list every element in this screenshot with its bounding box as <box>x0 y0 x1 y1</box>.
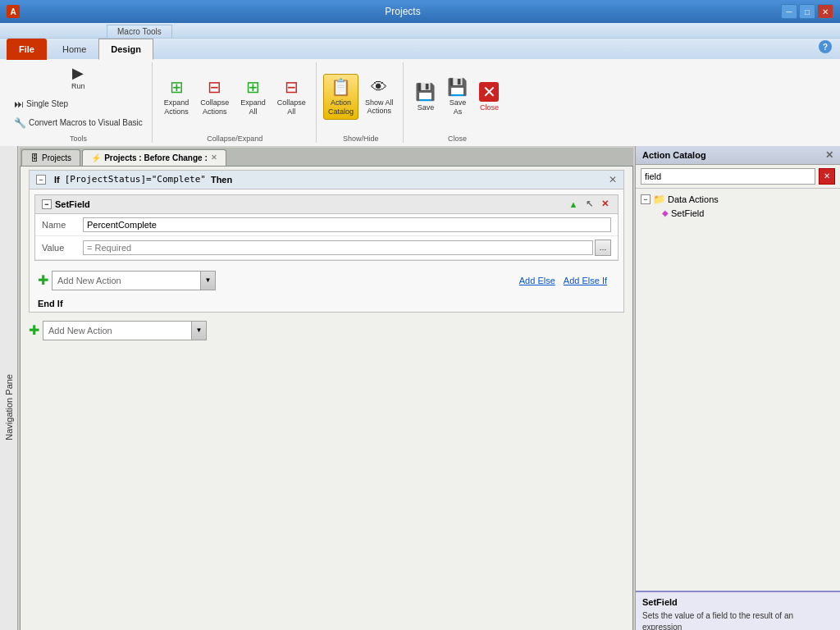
run-icon: ▶ <box>72 66 84 80</box>
collapse-actions-button[interactable]: ⊟ CollapseActions <box>195 74 234 120</box>
add-else-if-link[interactable]: Add Else If <box>564 276 607 285</box>
if-close-button[interactable]: ✕ <box>609 174 617 185</box>
add-action-select-inner[interactable]: Add New Action ▼ <box>52 271 216 290</box>
catalog-tree: − 📁 Data Actions ◆ SetField <box>636 189 840 591</box>
tree-item-data-actions[interactable]: − 📁 Data Actions <box>639 192 837 207</box>
macro-panel: − If [ProjectStatus]="Complete" Then ✕ −… <box>20 166 633 630</box>
value-label: Value <box>42 243 83 253</box>
if-block: − If [ProjectStatus]="Complete" Then ✕ −… <box>29 170 624 313</box>
data-actions-expand-icon[interactable]: − <box>641 194 651 204</box>
if-collapse-button[interactable]: − <box>36 175 46 185</box>
projects-tab-label: Projects <box>42 153 71 162</box>
setfield-collapse-button[interactable]: − <box>42 199 52 209</box>
end-if-label: End If <box>38 299 63 308</box>
action-catalog-button[interactable]: 📋 ActionCatalog <box>323 74 358 120</box>
save-as-button[interactable]: 💾 SaveAs <box>442 74 472 120</box>
catalog-search-input[interactable] <box>641 168 815 185</box>
name-input[interactable] <box>83 217 611 232</box>
doc-tabs: 🗄 Projects ⚡ Projects : Before Change : … <box>20 148 633 166</box>
content-area: 🗄 Projects ⚡ Projects : Before Change : … <box>18 146 635 630</box>
minimize-button[interactable]: ─ <box>781 4 797 19</box>
tab-file[interactable]: File <box>7 39 47 60</box>
if-condition: [ProjectStatus]="Complete" <box>65 174 206 185</box>
add-action-text-inner: Add New Action <box>52 273 200 288</box>
add-action-select-outer[interactable]: Add New Action ▼ <box>43 321 207 340</box>
save-button[interactable]: 💾 Save <box>410 79 441 116</box>
setfield-tree-icon: ◆ <box>662 208 669 217</box>
expand-actions-button[interactable]: ⊞ ExpandActions <box>159 74 194 120</box>
single-step-label: Single Step <box>26 99 68 108</box>
setfield-title: SetField <box>55 199 90 209</box>
setfield-delete-button[interactable]: ✕ <box>598 198 611 211</box>
add-action-dropdown-inner[interactable]: ▼ <box>200 272 215 290</box>
expand-all-icon: ⊞ <box>246 77 260 97</box>
macro-tools-label: Macro Tools <box>107 25 172 38</box>
setfield-header: − SetField ▲ ↖ ✕ <box>35 195 618 214</box>
navigation-pane[interactable]: Navigation Pane <box>0 146 18 630</box>
if-header: − If [ProjectStatus]="Complete" Then ✕ <box>30 171 623 189</box>
projects-bc-tab-icon: ⚡ <box>91 153 101 162</box>
collapse-expand-buttons: ⊞ ExpandActions ⊟ CollapseActions ⊞ Expa… <box>159 62 311 131</box>
name-label: Name <box>42 220 83 230</box>
close-button[interactable]: ✕ Close <box>474 79 504 116</box>
catalog-desc-title: SetField <box>642 597 833 607</box>
tab-close-icon[interactable]: ✕ <box>211 153 217 162</box>
tab-design[interactable]: Design <box>98 39 153 60</box>
collapse-all-button[interactable]: ⊟ CollapseAll <box>272 74 311 120</box>
expand-actions-icon: ⊞ <box>170 77 184 97</box>
data-actions-folder-icon: 📁 <box>653 194 665 205</box>
catalog-title: Action Catalog <box>642 150 706 160</box>
tools-buttons: ▶ Run <box>63 62 93 94</box>
title-bar-controls: ─ □ ✕ <box>781 4 833 19</box>
help-icon[interactable]: ? <box>819 40 832 53</box>
add-action-row-outer: ✚ Add New Action ▼ <box>21 316 632 345</box>
close-window-button[interactable]: ✕ <box>817 4 833 19</box>
show-all-actions-label: Show AllActions <box>365 98 394 116</box>
data-actions-label: Data Actions <box>668 194 719 204</box>
tools-group-label: Tools <box>70 131 87 143</box>
main-area: Navigation Pane 🗄 Projects ⚡ Projects : … <box>0 146 840 630</box>
convert-macros-button[interactable]: 🔧 Convert Macros to Visual Basic <box>10 115 147 131</box>
save-as-icon: 💾 <box>447 77 468 97</box>
close-icon: ✕ <box>479 82 499 102</box>
end-if-row: End If <box>30 295 623 312</box>
tab-projects-before-change[interactable]: ⚡ Projects : Before Change : ✕ <box>82 149 226 166</box>
value-builder-button[interactable]: … <box>595 240 611 256</box>
maximize-button[interactable]: □ <box>799 4 815 19</box>
add-action-plus-inner[interactable]: ✚ <box>38 272 48 288</box>
add-else-link[interactable]: Add Else <box>519 276 555 285</box>
catalog-close-button[interactable]: ✕ <box>825 149 833 161</box>
collapse-actions-label: CollapseActions <box>200 98 229 116</box>
expand-all-label: ExpandAll <box>240 98 266 116</box>
collapse-all-icon: ⊟ <box>285 77 299 97</box>
nav-pane-label: Navigation Pane <box>4 374 14 441</box>
save-label: Save <box>418 103 435 112</box>
single-step-button[interactable]: ⏭ Single Step <box>10 96 147 112</box>
show-all-actions-button[interactable]: 👁 Show AllActions <box>360 75 399 120</box>
run-button[interactable]: ▶ Run <box>63 62 93 94</box>
ribbon-group-tools: ▶ Run ⏭ Single Step 🔧 Convert Macros to … <box>5 62 153 143</box>
catalog-search-clear-button[interactable]: ✕ <box>819 168 835 185</box>
ribbon-group-show-hide: 📋 ActionCatalog 👁 Show AllActions Show/H… <box>318 62 404 143</box>
add-action-dropdown-outer[interactable]: ▼ <box>191 322 206 340</box>
expand-all-button[interactable]: ⊞ ExpandAll <box>235 74 271 120</box>
setfield-tree-label: SetField <box>671 208 704 218</box>
action-catalog-panel: Action Catalog ✕ ✕ − 📁 Data Actions ◆ Se… <box>635 146 840 630</box>
collapse-actions-icon: ⊟ <box>208 77 221 97</box>
close-buttons: 💾 Save 💾 SaveAs ✕ Close <box>410 62 504 131</box>
tree-item-setfield[interactable]: ◆ SetField <box>639 207 837 220</box>
add-action-plus-outer[interactable]: ✚ <box>29 322 39 338</box>
value-input[interactable] <box>83 240 593 255</box>
tab-projects[interactable]: 🗄 Projects <box>21 149 80 166</box>
save-as-label: SaveAs <box>450 98 467 116</box>
setfield-controls: ▲ ↖ ✕ <box>567 198 611 211</box>
action-catalog-icon: 📋 <box>331 77 351 97</box>
add-action-row-inner: ✚ Add New Action ▼ Add Else Add Else If <box>30 266 623 295</box>
catalog-search: ✕ <box>636 165 840 189</box>
setfield-cursor-icon: ↖ <box>582 198 596 211</box>
catalog-desc-text: Sets the value of a field to the result … <box>642 610 833 630</box>
save-icon: 💾 <box>415 82 436 102</box>
run-label: Run <box>71 82 85 91</box>
tab-home[interactable]: Home <box>50 39 98 60</box>
setfield-up-button[interactable]: ▲ <box>567 198 580 211</box>
